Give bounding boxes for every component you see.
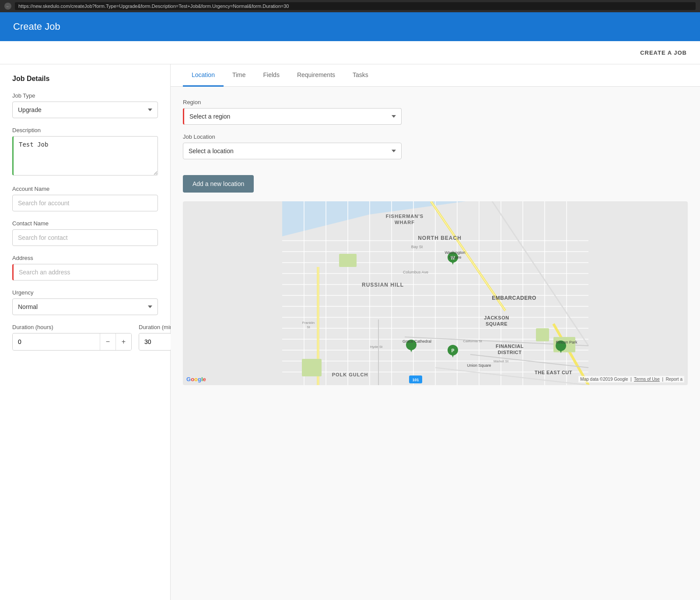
svg-text:RUSSIAN HILL: RUSSIAN HILL — [362, 282, 404, 288]
svg-text:Columbus Ave: Columbus Ave — [403, 270, 428, 274]
address-input[interactable] — [12, 264, 158, 281]
tab-tasks[interactable]: Tasks — [344, 64, 377, 87]
svg-rect-38 — [339, 254, 357, 267]
svg-text:Bay St: Bay St — [411, 245, 423, 249]
urgency-select[interactable]: Normal Low Medium High Critical — [12, 298, 158, 315]
browser-url: https://new.skedulo.com/createJob?form.T… — [15, 2, 696, 10]
map-svg: W P 101 — [183, 201, 688, 385]
main-layout: Job Details Job Type Upgrade Installatio… — [0, 64, 700, 600]
duration-hours-group: Duration (hours) − + — [12, 324, 132, 351]
svg-text:THE EAST CUT: THE EAST CUT — [535, 370, 572, 375]
tabs-bar: Location Time Fields Requirements Tasks — [171, 64, 700, 87]
svg-text:Franklin: Franklin — [302, 321, 315, 325]
tab-requirements[interactable]: Requirements — [288, 64, 344, 87]
location-select[interactable]: Select a location — [183, 143, 402, 159]
contact-group: Contact Name — [12, 220, 158, 246]
svg-text:Hyde St: Hyde St — [370, 345, 383, 349]
svg-text:EMBARCADERO: EMBARCADERO — [492, 295, 536, 301]
app-title: Create Job — [13, 21, 687, 32]
svg-text:P: P — [452, 348, 455, 353]
contact-label: Contact Name — [12, 220, 158, 227]
add-location-button[interactable]: Add a new location — [183, 175, 254, 193]
svg-text:Square: Square — [448, 255, 461, 260]
svg-rect-39 — [536, 328, 549, 341]
page-title-bar: CREATE A JOB — [0, 41, 700, 64]
account-label: Account Name — [12, 186, 158, 192]
svg-text:FISHERMAN'S: FISHERMAN'S — [386, 214, 424, 219]
svg-text:WHARF: WHARF — [395, 220, 415, 225]
location-label: Job Location — [183, 133, 688, 140]
svg-text:Market St: Market St — [494, 359, 509, 363]
description-group: Description Test Job — [12, 127, 158, 177]
contact-input[interactable] — [12, 229, 158, 246]
left-panel-title: Job Details — [12, 75, 158, 83]
svg-text:California St: California St — [463, 339, 482, 343]
svg-text:St: St — [307, 325, 310, 329]
left-panel: Job Details Job Type Upgrade Installatio… — [0, 64, 171, 600]
map-attribution: Map data ©2019 Google | Terms of Use | R… — [578, 376, 684, 382]
svg-rect-40 — [302, 359, 322, 376]
svg-text:Rincon Park: Rincon Park — [556, 340, 578, 344]
tab-location[interactable]: Location — [183, 64, 224, 87]
region-select[interactable]: Select a region — [183, 108, 402, 125]
svg-text:Union Square: Union Square — [467, 363, 491, 368]
duration-hours-decrement[interactable]: − — [100, 333, 116, 350]
job-type-select[interactable]: Upgrade Installation Maintenance Repair — [12, 102, 158, 118]
job-type-label: Job Type — [12, 92, 158, 99]
map-container: W P 101 — [183, 201, 688, 385]
app-header: Create Job — [0, 12, 700, 41]
tab-time[interactable]: Time — [224, 64, 255, 87]
job-type-group: Job Type Upgrade Installation Maintenanc… — [12, 92, 158, 118]
svg-text:DISTRICT: DISTRICT — [498, 350, 522, 355]
location-select-wrapper: Select a location — [183, 143, 402, 159]
description-label: Description — [12, 127, 158, 133]
page-title: CREATE A JOB — [640, 49, 687, 56]
svg-text:SQUARE: SQUARE — [486, 321, 508, 326]
map-google-logo: Google — [186, 376, 206, 382]
location-section: Job Location Select a location — [183, 133, 688, 159]
address-group: Address — [12, 255, 158, 281]
duration-hours-label: Duration (hours) — [12, 324, 132, 330]
right-panel: Location Time Fields Requirements Tasks … — [171, 64, 700, 600]
browser-back-icon: ← — [4, 3, 11, 10]
svg-text:FINANCIAL: FINANCIAL — [496, 344, 524, 349]
svg-text:NORTH BEACH: NORTH BEACH — [418, 235, 462, 241]
urgency-label: Urgency — [12, 289, 158, 296]
account-input[interactable] — [12, 195, 158, 211]
region-label: Region — [183, 99, 688, 105]
urgency-group: Urgency Normal Low Medium High Critical — [12, 289, 158, 315]
right-content: Region Select a region Job Location Sele… — [171, 87, 700, 397]
duration-hours-control: − + — [12, 333, 132, 351]
svg-text:Washington: Washington — [444, 250, 465, 255]
region-select-wrapper: Select a region — [183, 108, 402, 125]
svg-text:POLK GULCH: POLK GULCH — [332, 372, 368, 377]
address-label: Address — [12, 255, 158, 261]
browser-bar: ← https://new.skedulo.com/createJob?form… — [0, 0, 700, 12]
svg-text:Grace Cathedral: Grace Cathedral — [402, 339, 431, 344]
region-section: Region Select a region — [183, 99, 688, 125]
duration-row: Duration (hours) − + Duration (minutes) … — [12, 324, 158, 351]
svg-text:JACKSON: JACKSON — [484, 315, 509, 320]
description-textarea[interactable]: Test Job — [12, 136, 158, 175]
duration-hours-input[interactable] — [13, 334, 100, 350]
account-group: Account Name — [12, 186, 158, 211]
svg-text:101: 101 — [412, 378, 419, 382]
duration-hours-increment[interactable]: + — [116, 333, 131, 350]
tab-fields[interactable]: Fields — [255, 64, 288, 87]
